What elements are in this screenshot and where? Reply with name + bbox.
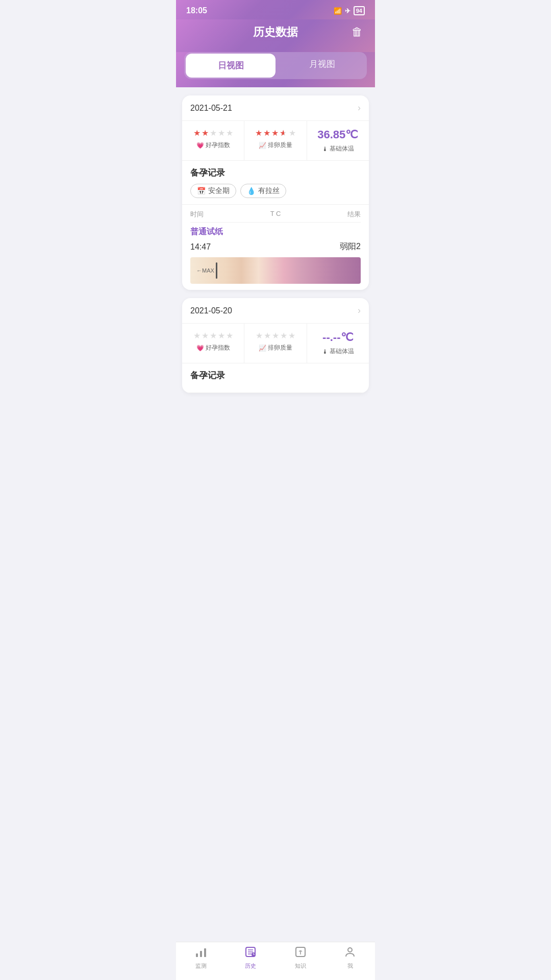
temp-stat-1: 36.85℃ 🌡 基础体温 <box>307 121 369 160</box>
ovulation-stat-2: ★ ★ ★ ★ ★ 📈 排卵质量 <box>244 324 307 363</box>
fertility-label-2: 💗 好孕指数 <box>196 344 230 352</box>
pregnancy-tags-1: 📅 安全期 💧 有拉丝 <box>190 184 361 198</box>
ov-star-2: ★ <box>263 128 270 138</box>
delete-button[interactable]: 🗑 <box>352 26 363 39</box>
heartbeat-icon-2: 💗 <box>196 345 204 352</box>
status-icons: 📶 ✈ 94 <box>334 6 365 15</box>
thermometer-icon-2: 🌡 <box>322 348 328 355</box>
view-tabs: 日视图 月视图 <box>184 52 367 79</box>
ovulation-icon-2: 📈 <box>259 345 266 352</box>
ov-star-5: ★ <box>289 128 296 138</box>
tag-mucus[interactable]: 💧 有拉丝 <box>240 184 286 198</box>
chevron-icon-1: › <box>358 103 361 113</box>
fertility-stars-1: ★ ★ ★ ★ ★ <box>193 128 233 138</box>
ov-star-4-half: ★ ★ <box>280 128 288 136</box>
test-row-1: 14:47 弱阳2 <box>190 239 361 254</box>
stats-row-2: ★ ★ ★ ★ ★ 💗 好孕指数 ★ ★ ★ ★ ★ <box>182 324 369 363</box>
temp-label-1: 🌡 基础体温 <box>322 144 354 153</box>
f2-star-3: ★ <box>210 331 217 340</box>
temp-value-2: --.--℃ <box>322 331 353 344</box>
ovulation-label-1: 📈 排卵质量 <box>259 141 292 150</box>
ov-star-3: ★ <box>271 128 279 138</box>
star-4: ★ <box>218 128 225 138</box>
ov2-star-5: ★ <box>288 331 295 340</box>
ov2-star-3: ★ <box>272 331 279 340</box>
ov2-star-4: ★ <box>280 331 287 340</box>
f2-star-1: ★ <box>193 331 201 340</box>
pregnancy-section-2: 备孕记录 <box>182 363 369 393</box>
pregnancy-title-2: 备孕记录 <box>190 370 361 381</box>
date-1: 2021-05-21 <box>190 104 232 113</box>
star-5: ★ <box>226 128 233 138</box>
ovulation-icon: 📈 <box>259 142 266 149</box>
ovulation-stat-1: ★ ★ ★ ★ ★ ★ 📈 排卵质量 <box>244 121 307 160</box>
test-bar <box>216 262 217 279</box>
page-title: 历史数据 <box>253 24 298 40</box>
ovulation-stars-1: ★ ★ ★ ★ ★ ★ <box>255 128 296 138</box>
tag-safe-period[interactable]: 📅 安全期 <box>190 184 236 198</box>
ov-star-1: ★ <box>255 128 262 138</box>
test-col-time: 时间 <box>190 210 204 219</box>
thermometer-icon: 🌡 <box>322 145 328 153</box>
star-2: ★ <box>202 128 209 138</box>
fertility-label-1: 💗 好孕指数 <box>196 141 230 150</box>
fertility-stars-2: ★ ★ ★ ★ ★ <box>193 331 233 340</box>
wifi-icon: 📶 <box>334 7 342 15</box>
temp-stat-2: --.--℃ 🌡 基础体温 <box>307 324 369 363</box>
content-area: 2021-05-21 › ★ ★ ★ ★ ★ 💗 好孕指数 ★ <box>176 87 375 465</box>
calendar-icon: 📅 <box>197 187 206 195</box>
f2-star-5: ★ <box>226 331 233 340</box>
date-row-2[interactable]: 2021-05-20 › <box>182 298 369 324</box>
tab-container: 日视图 月视图 <box>176 52 375 87</box>
airplane-icon: ✈ <box>345 7 350 15</box>
test-time-1: 14:47 <box>190 242 211 252</box>
status-bar: 18:05 📶 ✈ 94 <box>176 0 375 19</box>
f2-star-4: ★ <box>218 331 225 340</box>
heartbeat-icon: 💗 <box>196 142 204 149</box>
test-col-result: 结果 <box>347 210 361 219</box>
star-1: ★ <box>193 128 201 138</box>
star-3: ★ <box>210 128 217 138</box>
fertility-stat-2: ★ ★ ★ ★ ★ 💗 好孕指数 <box>182 324 244 363</box>
chevron-icon-2: › <box>358 305 361 316</box>
test-section-1: 时间 T C 结果 普通试纸 14:47 弱阳2 ←MAX <box>182 205 369 290</box>
test-result-1: 弱阳2 <box>340 241 361 252</box>
test-col-tc: T C <box>270 210 281 219</box>
test-header-1: 时间 T C 结果 <box>190 205 361 223</box>
drop-icon: 💧 <box>247 187 256 195</box>
battery-icon: 94 <box>354 6 365 15</box>
test-strip-image-1: ←MAX <box>190 257 361 284</box>
record-card-2: 2021-05-20 › ★ ★ ★ ★ ★ 💗 好孕指数 ★ <box>182 298 369 393</box>
temp-value-1: 36.85℃ <box>317 128 358 141</box>
status-time: 18:05 <box>186 6 207 15</box>
fertility-stat-1: ★ ★ ★ ★ ★ 💗 好孕指数 <box>182 121 244 160</box>
ovulation-label-2: 📈 排卵质量 <box>259 344 292 352</box>
stats-row-1: ★ ★ ★ ★ ★ 💗 好孕指数 ★ ★ ★ ★ <box>182 121 369 161</box>
tab-day[interactable]: 日视图 <box>186 54 276 78</box>
f2-star-2: ★ <box>202 331 209 340</box>
pregnancy-title-1: 备孕记录 <box>190 167 361 179</box>
ov2-star-2: ★ <box>264 331 271 340</box>
date-row-1[interactable]: 2021-05-21 › <box>182 95 369 121</box>
max-arrow: ←MAX <box>196 267 214 274</box>
ov2-star-1: ★ <box>256 331 263 340</box>
header: 历史数据 🗑 <box>176 19 375 52</box>
ovulation-stars-2: ★ ★ ★ ★ ★ <box>256 331 295 340</box>
tab-month[interactable]: 月视图 <box>277 52 367 79</box>
record-card-1: 2021-05-21 › ★ ★ ★ ★ ★ 💗 好孕指数 ★ <box>182 95 369 290</box>
pregnancy-section-1: 备孕记录 📅 安全期 💧 有拉丝 <box>182 161 369 205</box>
temp-label-2: 🌡 基础体温 <box>322 347 354 356</box>
test-type-1: 普通试纸 <box>190 223 361 239</box>
date-2: 2021-05-20 <box>190 306 232 315</box>
